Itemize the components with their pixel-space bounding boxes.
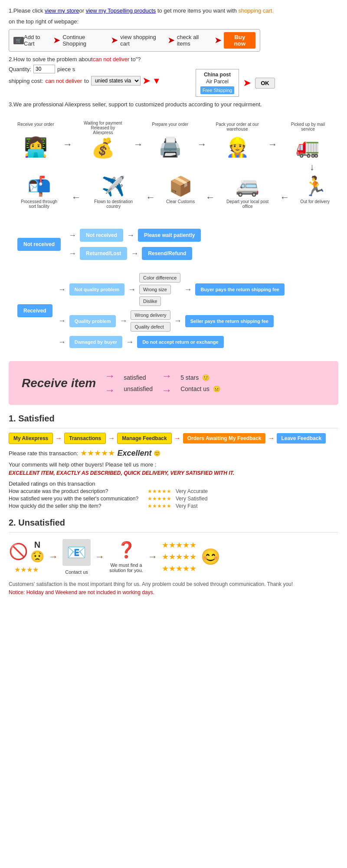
find-solution-label: We must find a solution for you. — [109, 562, 144, 573]
feedback-flow: My Aliexpress → Transactions → Manage Fe… — [9, 433, 338, 444]
unsat-step-1: 🚫 N 😟 ★★★★ — [9, 540, 44, 574]
process-arrow-6: ← — [280, 192, 289, 203]
process-item-6: 🏃 Out for delivery — [300, 175, 330, 211]
flow-arrow-3: ➤ — [168, 36, 174, 45]
no-sign-icon: 🚫 — [9, 542, 28, 561]
rating-stars-1: ★★★★★ — [147, 488, 171, 494]
flow-step1-label: Add to Cart — [24, 34, 51, 47]
pink-results: 5 stars 🙂 Contact us 😐 — [180, 374, 220, 392]
process-label-1: Receive your order — [17, 122, 54, 134]
unsat-step-2: 📧 Contact us — [62, 539, 91, 575]
rating-result-2: Very Satisfied — [176, 496, 207, 502]
shopping-cart-link[interactable]: shopping cart. — [238, 7, 274, 14]
damaged-row: → Damaged by buyer → Do not accept retur… — [58, 336, 285, 348]
can-not-text: can not deliver — [46, 78, 82, 84]
seller-pays-box: Seller pays the return shipping fee — [185, 315, 274, 327]
section2-text2: to"? — [129, 56, 141, 62]
process-item-8: 📦 Clear Customs — [166, 175, 195, 211]
flow-item-1: 🛒 Add to Cart — [13, 34, 51, 47]
view-store-link[interactable]: view my store — [45, 7, 79, 14]
process-icon-6: 🏃 — [303, 175, 327, 197]
quality-box: Quality problem — [69, 315, 116, 327]
rate-text: Please rate this transaction: — [9, 450, 78, 457]
contact-us-label: Contact us — [65, 569, 88, 575]
china-post-box: China post Air Parcel Free Shipping — [196, 69, 239, 97]
five-stars-text: 5 stars — [180, 374, 199, 381]
section1-or: or — [79, 7, 86, 14]
process-icon-9: ✈️ — [101, 175, 125, 197]
buy-now-button[interactable]: Buy now — [224, 32, 255, 49]
not-quality-box: Not quality problem — [69, 283, 124, 296]
process-arrow-4: → — [268, 139, 277, 150]
fb-transactions: Transactions — [64, 433, 106, 444]
result-5stars: 5 stars 🙂 — [180, 374, 220, 381]
ok-button[interactable]: OK — [255, 78, 275, 89]
shipping-row: shipping cost: can not deliver to unied … — [9, 76, 161, 86]
excellent-emoji: 🙂 — [154, 450, 160, 457]
rating-label-3: How quickly did the seller ship the item… — [9, 503, 147, 509]
section2: 2.How to solve the problem aboutcan not … — [9, 56, 338, 97]
flow-item-3: view shopping cart — [120, 34, 165, 47]
shop-flow-bar: 🛒 Add to Cart ➤ Continue Shopping ➤ view… — [9, 29, 260, 52]
pink-arrow-1: → — [105, 370, 115, 382]
star-row-b: ★★★★★ — [162, 552, 196, 562]
buyer-pays-box: Buyer pays the return shipping fee — [195, 283, 285, 296]
process-icon-5: 🚛 — [296, 136, 320, 158]
process-bot-label-10: Processed through sort facility — [17, 199, 61, 211]
flow-arrow-2: ➤ — [111, 36, 118, 45]
flow-arrow-4: ➤ — [215, 36, 221, 45]
section1-rest: to get more items you want with — [156, 7, 236, 14]
not-received-sub1-box: Not received — [80, 229, 123, 242]
rating-stars-3: ★★★★★ — [147, 503, 171, 509]
rating-row-1: How accurate was the product description… — [9, 488, 338, 494]
china-post-title: China post — [200, 72, 235, 79]
not-received-branch1: → Not received → Please wait patiently — [69, 229, 201, 242]
view-topselling-link[interactable]: view my Topselling products — [86, 7, 156, 14]
process-arrow-2: → — [134, 139, 143, 150]
contact-us-text: Contact us — [180, 385, 210, 392]
not-received-top: Not received → Not received → Please wai… — [17, 229, 330, 260]
happy-emoji-1: 🙂 — [202, 374, 210, 381]
can-not-deliver-text: can not deliver — [93, 56, 130, 62]
section1: 1.Please click view my storeor view my T… — [9, 7, 338, 52]
ratings-table: Detailed ratings on this transaction How… — [9, 480, 338, 509]
process-icon-10: 📬 — [27, 175, 51, 197]
not-received-box: Not received — [17, 238, 61, 251]
branch2-arrow2: → — [131, 249, 138, 258]
unsat-arrow-2: → — [95, 551, 105, 562]
fb-manage-feedback: Manage Feedback — [117, 433, 171, 444]
qty-input[interactable] — [33, 65, 55, 73]
section1-top-right: on the top right of webpage: — [9, 17, 338, 26]
rating-label-1: How accurate was the product description… — [9, 488, 147, 494]
process-icon-3: 🖨️ — [158, 136, 182, 158]
ratings-table-title: Detailed ratings on this transaction — [9, 480, 338, 487]
receive-item-title: Receive item — [22, 376, 96, 390]
cart-icon: 🛒 — [13, 37, 24, 44]
unsatisfied-section: 2. Unsatisfied 🚫 N 😟 ★★★★ → 📧 Contact us — [9, 518, 338, 595]
branch2-arrow: → — [69, 249, 76, 258]
wrong-delivery-box: Wrong delivery — [131, 310, 170, 320]
process-item-1: Receive your order 👩‍💻 — [17, 122, 54, 158]
happy-emoji-2: 😊 — [201, 548, 220, 566]
process-arrow-7: ← — [206, 192, 215, 203]
satisfied-section: 1. Satisfied My Aliexpress → Transaction… — [9, 414, 338, 509]
process-icon-8: 📦 — [169, 175, 193, 197]
process-bot-label-8: Clear Customs — [166, 199, 195, 211]
shipping-country-select[interactable]: unied states via — [91, 76, 141, 85]
process-label-3: Prepare your order — [152, 122, 188, 134]
fb-leave-feedback: Leave Feedback — [277, 433, 326, 444]
fb-orders-awaiting: Orders Awaiting My Feedback — [183, 433, 266, 444]
footer-text: Customers' satisfaction is the most impo… — [9, 581, 338, 587]
fb-arrow-4: → — [268, 434, 275, 442]
flow-item-4: check all items — [177, 34, 213, 47]
air-parcel-label: Air Parcel — [200, 79, 235, 85]
unsatisfied-divider — [9, 532, 338, 533]
wait-patiently-box: Please wait patiently — [138, 229, 201, 242]
resend-refund-box: Resend/Refund — [142, 247, 192, 260]
flow-step4-label: check all items — [177, 34, 213, 47]
email-icon: 📧 — [62, 539, 91, 566]
qty-label: Quantity: — [9, 66, 31, 72]
process-icon-7: 🚐 — [236, 175, 259, 197]
unhappy-emoji-1: 😟 — [30, 550, 44, 563]
not-quality-row: → Not quality problem → Color difference… — [58, 273, 285, 306]
